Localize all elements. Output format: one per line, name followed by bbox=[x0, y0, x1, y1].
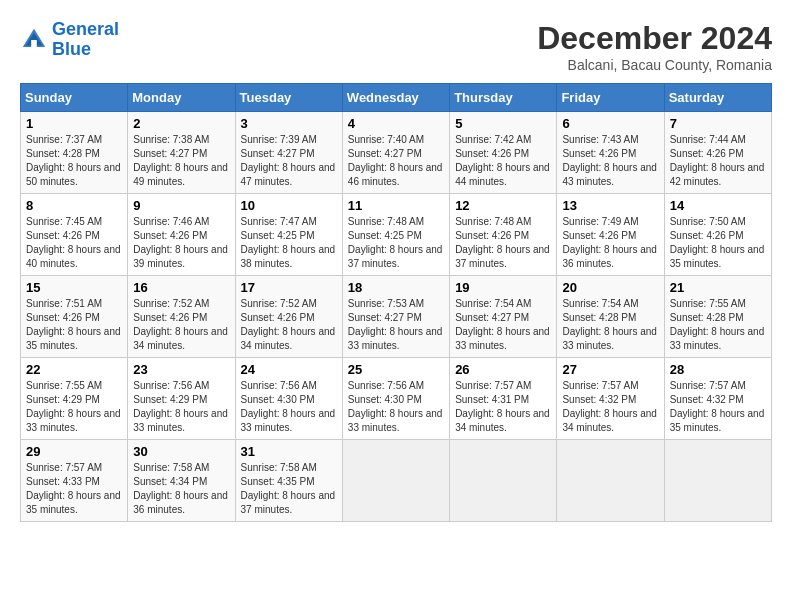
calendar-cell: 1 Sunrise: 7:37 AM Sunset: 4:28 PM Dayli… bbox=[21, 112, 128, 194]
day-info: Sunrise: 7:57 AM Sunset: 4:32 PM Dayligh… bbox=[670, 379, 766, 435]
day-number: 26 bbox=[455, 362, 551, 377]
day-info: Sunrise: 7:55 AM Sunset: 4:28 PM Dayligh… bbox=[670, 297, 766, 353]
day-info: Sunrise: 7:57 AM Sunset: 4:31 PM Dayligh… bbox=[455, 379, 551, 435]
day-info: Sunrise: 7:43 AM Sunset: 4:26 PM Dayligh… bbox=[562, 133, 658, 189]
day-info: Sunrise: 7:56 AM Sunset: 4:29 PM Dayligh… bbox=[133, 379, 229, 435]
day-info: Sunrise: 7:56 AM Sunset: 4:30 PM Dayligh… bbox=[348, 379, 444, 435]
day-number: 16 bbox=[133, 280, 229, 295]
day-info: Sunrise: 7:49 AM Sunset: 4:26 PM Dayligh… bbox=[562, 215, 658, 271]
svg-rect-2 bbox=[31, 40, 37, 47]
day-info: Sunrise: 7:50 AM Sunset: 4:26 PM Dayligh… bbox=[670, 215, 766, 271]
calendar-cell: 22 Sunrise: 7:55 AM Sunset: 4:29 PM Dayl… bbox=[21, 358, 128, 440]
day-info: Sunrise: 7:52 AM Sunset: 4:26 PM Dayligh… bbox=[241, 297, 337, 353]
day-number: 2 bbox=[133, 116, 229, 131]
day-number: 8 bbox=[26, 198, 122, 213]
logo: General Blue bbox=[20, 20, 119, 60]
calendar-cell: 27 Sunrise: 7:57 AM Sunset: 4:32 PM Dayl… bbox=[557, 358, 664, 440]
day-number: 3 bbox=[241, 116, 337, 131]
calendar-cell: 9 Sunrise: 7:46 AM Sunset: 4:26 PM Dayli… bbox=[128, 194, 235, 276]
calendar-cell: 5 Sunrise: 7:42 AM Sunset: 4:26 PM Dayli… bbox=[450, 112, 557, 194]
day-number: 5 bbox=[455, 116, 551, 131]
day-number: 23 bbox=[133, 362, 229, 377]
day-number: 17 bbox=[241, 280, 337, 295]
day-info: Sunrise: 7:47 AM Sunset: 4:25 PM Dayligh… bbox=[241, 215, 337, 271]
weekday-sunday: Sunday bbox=[21, 84, 128, 112]
day-info: Sunrise: 7:54 AM Sunset: 4:27 PM Dayligh… bbox=[455, 297, 551, 353]
calendar-cell: 23 Sunrise: 7:56 AM Sunset: 4:29 PM Dayl… bbox=[128, 358, 235, 440]
day-number: 11 bbox=[348, 198, 444, 213]
calendar-cell: 16 Sunrise: 7:52 AM Sunset: 4:26 PM Dayl… bbox=[128, 276, 235, 358]
calendar-cell: 11 Sunrise: 7:48 AM Sunset: 4:25 PM Dayl… bbox=[342, 194, 449, 276]
day-number: 18 bbox=[348, 280, 444, 295]
weekday-tuesday: Tuesday bbox=[235, 84, 342, 112]
day-number: 31 bbox=[241, 444, 337, 459]
calendar-cell bbox=[342, 440, 449, 522]
day-number: 22 bbox=[26, 362, 122, 377]
day-info: Sunrise: 7:37 AM Sunset: 4:28 PM Dayligh… bbox=[26, 133, 122, 189]
day-number: 19 bbox=[455, 280, 551, 295]
calendar-cell: 20 Sunrise: 7:54 AM Sunset: 4:28 PM Dayl… bbox=[557, 276, 664, 358]
day-info: Sunrise: 7:53 AM Sunset: 4:27 PM Dayligh… bbox=[348, 297, 444, 353]
calendar-cell: 19 Sunrise: 7:54 AM Sunset: 4:27 PM Dayl… bbox=[450, 276, 557, 358]
calendar-cell bbox=[450, 440, 557, 522]
weekday-thursday: Thursday bbox=[450, 84, 557, 112]
calendar-cell bbox=[664, 440, 771, 522]
day-number: 27 bbox=[562, 362, 658, 377]
calendar-cell: 6 Sunrise: 7:43 AM Sunset: 4:26 PM Dayli… bbox=[557, 112, 664, 194]
day-number: 10 bbox=[241, 198, 337, 213]
weekday-friday: Friday bbox=[557, 84, 664, 112]
day-info: Sunrise: 7:44 AM Sunset: 4:26 PM Dayligh… bbox=[670, 133, 766, 189]
day-info: Sunrise: 7:56 AM Sunset: 4:30 PM Dayligh… bbox=[241, 379, 337, 435]
day-number: 14 bbox=[670, 198, 766, 213]
day-info: Sunrise: 7:45 AM Sunset: 4:26 PM Dayligh… bbox=[26, 215, 122, 271]
calendar-cell: 10 Sunrise: 7:47 AM Sunset: 4:25 PM Dayl… bbox=[235, 194, 342, 276]
calendar-cell: 21 Sunrise: 7:55 AM Sunset: 4:28 PM Dayl… bbox=[664, 276, 771, 358]
calendar-cell: 14 Sunrise: 7:50 AM Sunset: 4:26 PM Dayl… bbox=[664, 194, 771, 276]
weekday-wednesday: Wednesday bbox=[342, 84, 449, 112]
calendar-cell: 13 Sunrise: 7:49 AM Sunset: 4:26 PM Dayl… bbox=[557, 194, 664, 276]
day-number: 21 bbox=[670, 280, 766, 295]
title-block: December 2024 Balcani, Bacau County, Rom… bbox=[537, 20, 772, 73]
calendar-week-4: 22 Sunrise: 7:55 AM Sunset: 4:29 PM Dayl… bbox=[21, 358, 772, 440]
calendar-cell: 18 Sunrise: 7:53 AM Sunset: 4:27 PM Dayl… bbox=[342, 276, 449, 358]
location-title: Balcani, Bacau County, Romania bbox=[537, 57, 772, 73]
day-info: Sunrise: 7:48 AM Sunset: 4:25 PM Dayligh… bbox=[348, 215, 444, 271]
day-number: 6 bbox=[562, 116, 658, 131]
logo-text: General Blue bbox=[52, 20, 119, 60]
day-info: Sunrise: 7:51 AM Sunset: 4:26 PM Dayligh… bbox=[26, 297, 122, 353]
day-info: Sunrise: 7:55 AM Sunset: 4:29 PM Dayligh… bbox=[26, 379, 122, 435]
day-info: Sunrise: 7:52 AM Sunset: 4:26 PM Dayligh… bbox=[133, 297, 229, 353]
calendar-cell: 26 Sunrise: 7:57 AM Sunset: 4:31 PM Dayl… bbox=[450, 358, 557, 440]
day-number: 4 bbox=[348, 116, 444, 131]
day-info: Sunrise: 7:57 AM Sunset: 4:33 PM Dayligh… bbox=[26, 461, 122, 517]
day-number: 24 bbox=[241, 362, 337, 377]
calendar-week-3: 15 Sunrise: 7:51 AM Sunset: 4:26 PM Dayl… bbox=[21, 276, 772, 358]
day-number: 25 bbox=[348, 362, 444, 377]
day-info: Sunrise: 7:42 AM Sunset: 4:26 PM Dayligh… bbox=[455, 133, 551, 189]
day-number: 28 bbox=[670, 362, 766, 377]
day-number: 13 bbox=[562, 198, 658, 213]
calendar-cell: 31 Sunrise: 7:58 AM Sunset: 4:35 PM Dayl… bbox=[235, 440, 342, 522]
calendar-week-2: 8 Sunrise: 7:45 AM Sunset: 4:26 PM Dayli… bbox=[21, 194, 772, 276]
weekday-header-row: SundayMondayTuesdayWednesdayThursdayFrid… bbox=[21, 84, 772, 112]
day-number: 15 bbox=[26, 280, 122, 295]
day-info: Sunrise: 7:58 AM Sunset: 4:35 PM Dayligh… bbox=[241, 461, 337, 517]
calendar-week-1: 1 Sunrise: 7:37 AM Sunset: 4:28 PM Dayli… bbox=[21, 112, 772, 194]
day-number: 29 bbox=[26, 444, 122, 459]
day-number: 20 bbox=[562, 280, 658, 295]
day-number: 1 bbox=[26, 116, 122, 131]
calendar-cell: 25 Sunrise: 7:56 AM Sunset: 4:30 PM Dayl… bbox=[342, 358, 449, 440]
calendar-table: SundayMondayTuesdayWednesdayThursdayFrid… bbox=[20, 83, 772, 522]
calendar-cell: 8 Sunrise: 7:45 AM Sunset: 4:26 PM Dayli… bbox=[21, 194, 128, 276]
calendar-cell: 24 Sunrise: 7:56 AM Sunset: 4:30 PM Dayl… bbox=[235, 358, 342, 440]
calendar-body: 1 Sunrise: 7:37 AM Sunset: 4:28 PM Dayli… bbox=[21, 112, 772, 522]
calendar-cell: 2 Sunrise: 7:38 AM Sunset: 4:27 PM Dayli… bbox=[128, 112, 235, 194]
calendar-cell: 12 Sunrise: 7:48 AM Sunset: 4:26 PM Dayl… bbox=[450, 194, 557, 276]
calendar-cell: 3 Sunrise: 7:39 AM Sunset: 4:27 PM Dayli… bbox=[235, 112, 342, 194]
weekday-saturday: Saturday bbox=[664, 84, 771, 112]
calendar-cell bbox=[557, 440, 664, 522]
month-title: December 2024 bbox=[537, 20, 772, 57]
day-number: 7 bbox=[670, 116, 766, 131]
day-info: Sunrise: 7:57 AM Sunset: 4:32 PM Dayligh… bbox=[562, 379, 658, 435]
weekday-monday: Monday bbox=[128, 84, 235, 112]
